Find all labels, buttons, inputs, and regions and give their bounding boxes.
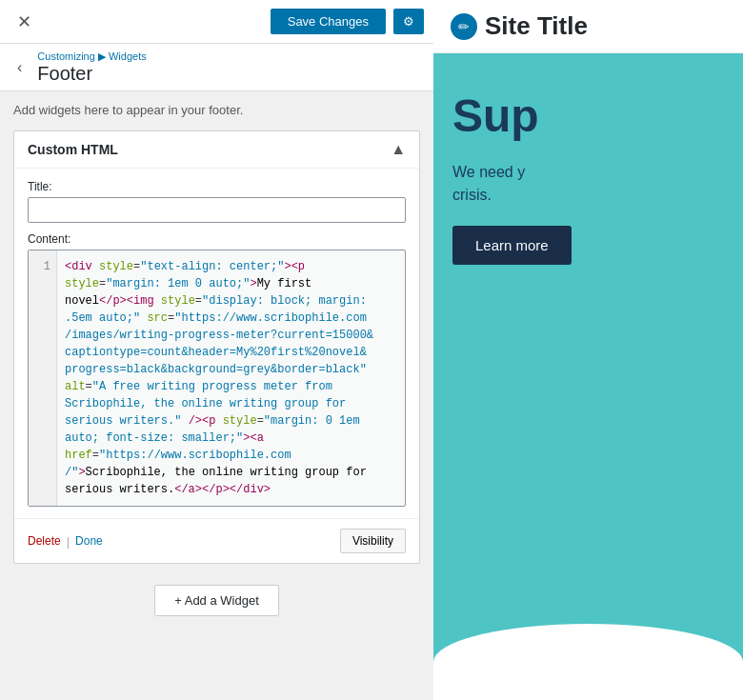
line-number-1: 1 (34, 258, 50, 275)
add-widget-bar: + Add a Widget (13, 575, 420, 626)
back-button[interactable]: ‹ (10, 55, 30, 80)
widget-header[interactable]: Custom HTML ▲ (14, 131, 419, 169)
footer-separator: | (67, 534, 70, 549)
main-content: Add widgets here to appear in your foote… (0, 91, 433, 700)
save-changes-button[interactable]: Save Changes (271, 9, 386, 34)
widget-body: Title: Content: 1 <div style="text-align… (14, 169, 419, 518)
wave-bottom (433, 624, 743, 700)
widget-footer-links: Delete | Done (28, 534, 103, 549)
nav-bar: ‹ Customizing ▶ Widgets Footer (0, 44, 433, 91)
preview-heading: Sup (452, 91, 539, 142)
breadcrumb-customizing[interactable]: Customizing (37, 50, 95, 62)
gear-button[interactable]: ⚙ (393, 9, 424, 34)
title-field-label: Title: (28, 180, 406, 193)
top-bar: ✕ Save Changes ⚙ (0, 0, 433, 44)
widget-footer: Delete | Done Visibility (14, 518, 419, 563)
breadcrumb-trail: Customizing ▶ Widgets (37, 50, 146, 63)
site-title-text: Site Title (485, 11, 588, 41)
visibility-button[interactable]: Visibility (340, 529, 406, 553)
breadcrumb-widgets[interactable]: Widgets (109, 50, 147, 62)
right-panel: ✏ Site Title Sup We need y crisis. Learn… (433, 0, 743, 700)
widget-title: Custom HTML (28, 142, 118, 157)
site-header: ✏ Site Title (433, 0, 743, 53)
add-widget-button[interactable]: + Add a Widget (154, 585, 279, 616)
breadcrumb-separator: ▶ (98, 50, 109, 62)
code-textarea[interactable]: <div style="text-align: center;"><p styl… (57, 250, 405, 506)
preview-body-line1: We need y (452, 164, 525, 180)
breadcrumb: Customizing ▶ Widgets Footer (37, 50, 146, 85)
preview-content: Sup We need y crisis. Learn more (433, 53, 743, 700)
widget-box: Custom HTML ▲ Title: Content: 1 <div sty… (13, 130, 420, 564)
line-numbers: 1 (29, 250, 57, 506)
title-input[interactable] (28, 197, 406, 223)
delete-button[interactable]: Delete (28, 534, 61, 548)
site-title-icon: ✏ (451, 13, 477, 40)
close-button[interactable]: ✕ (10, 8, 39, 36)
done-button[interactable]: Done (75, 534, 103, 548)
breadcrumb-current: Footer (37, 63, 146, 85)
learn-more-button[interactable]: Learn more (452, 226, 572, 265)
code-editor: 1 <div style="text-align: center;"><p st… (28, 250, 406, 507)
widget-toggle-icon: ▲ (391, 141, 406, 158)
left-panel: ✕ Save Changes ⚙ ‹ Customizing ▶ Widgets… (0, 0, 433, 700)
content-label: Content: (28, 232, 406, 246)
preview-body-line2: crisis. (452, 187, 492, 203)
helper-text: Add widgets here to appear in your foote… (13, 103, 420, 117)
preview-body-text: We need y crisis. (452, 161, 525, 207)
